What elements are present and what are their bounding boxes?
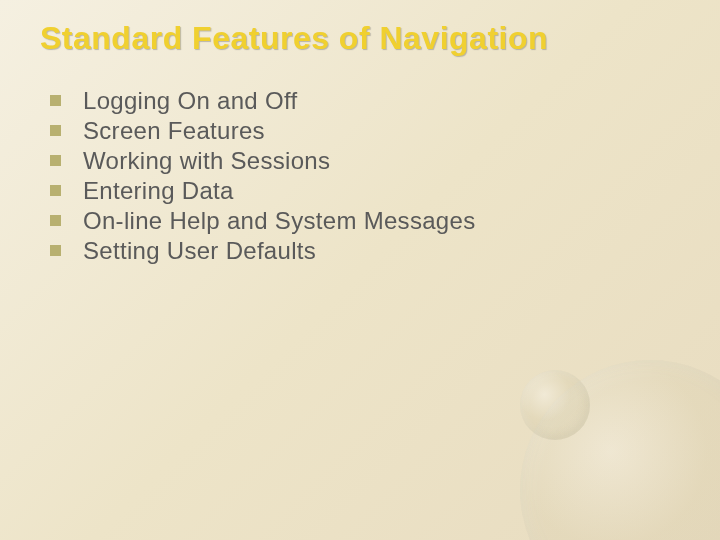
bullet-text: Working with Sessions: [83, 147, 330, 175]
bullet-square-icon: [50, 125, 61, 136]
bullet-text: On-line Help and System Messages: [83, 207, 475, 235]
list-item: Entering Data: [50, 177, 680, 205]
slide-container: Standard Features of Navigation Logging …: [0, 0, 720, 540]
slide-title: Standard Features of Navigation: [40, 20, 680, 57]
list-item: Setting User Defaults: [50, 237, 680, 265]
bullet-text: Entering Data: [83, 177, 234, 205]
list-item: On-line Help and System Messages: [50, 207, 680, 235]
list-item: Screen Features: [50, 117, 680, 145]
bullet-square-icon: [50, 185, 61, 196]
bullet-square-icon: [50, 215, 61, 226]
list-item: Logging On and Off: [50, 87, 680, 115]
bullet-square-icon: [50, 155, 61, 166]
bullet-square-icon: [50, 95, 61, 106]
list-item: Working with Sessions: [50, 147, 680, 175]
bullet-text: Setting User Defaults: [83, 237, 316, 265]
bullet-text: Logging On and Off: [83, 87, 297, 115]
bullet-list: Logging On and Off Screen Features Worki…: [40, 87, 680, 265]
decorative-circle-icon: [520, 370, 590, 440]
bullet-text: Screen Features: [83, 117, 265, 145]
bullet-square-icon: [50, 245, 61, 256]
